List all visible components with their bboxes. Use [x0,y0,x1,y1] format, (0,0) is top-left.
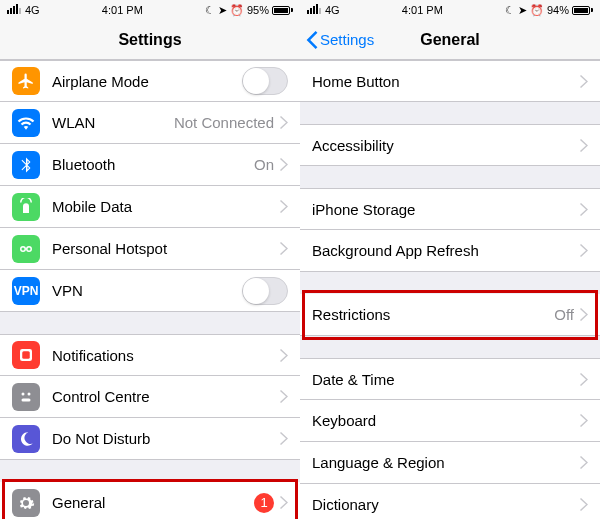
back-label: Settings [320,31,374,48]
chevron-right-icon [580,203,588,216]
gear-icon [12,489,40,517]
row-vpn[interactable]: VPN VPN [0,270,300,312]
row-label: Airplane Mode [52,73,242,90]
row-dictionary[interactable]: Dictionary [300,484,600,519]
status-time: 4:01 PM [102,4,143,16]
row-label: Do Not Disturb [52,430,280,447]
chevron-right-icon [580,456,588,469]
vpn-icon: VPN [12,277,40,305]
row-label: WLAN [52,114,174,131]
row-label: Bluetooth [52,156,254,173]
row-label: Notifications [52,347,280,364]
status-right: ☾ ➤ ⏰ 94% [505,4,593,17]
row-notifications[interactable]: Notifications [0,334,300,376]
airplane-toggle[interactable] [242,67,288,95]
location-icon: ➤ [518,4,527,17]
row-accessibility[interactable]: Accessibility [300,124,600,166]
chevron-right-icon [280,496,288,509]
row-label: General [52,494,254,511]
nav-title: Settings [118,31,181,49]
row-label: Home Button [312,73,580,90]
row-home-button[interactable]: Home Button [300,60,600,102]
chevron-right-icon [280,390,288,403]
row-label: iPhone Storage [312,201,580,218]
control-centre-icon [12,383,40,411]
status-bar: 4G 4:01 PM ☾ ➤ ⏰ 95% [0,0,300,20]
battery-icon [272,6,293,15]
row-control-centre[interactable]: Control Centre [0,376,300,418]
row-language-region[interactable]: Language & Region [300,442,600,484]
signal-bars-icon [7,4,22,16]
row-bluetooth[interactable]: Bluetooth On [0,144,300,186]
hotspot-icon [12,235,40,263]
row-keyboard[interactable]: Keyboard [300,400,600,442]
chevron-left-icon [306,31,318,49]
row-label: Mobile Data [52,198,280,215]
general-panel: 4G 4:01 PM ☾ ➤ ⏰ 94% Settings General Ho… [300,0,600,519]
signal-carrier: 4G [307,4,340,16]
location-icon: ➤ [218,4,227,17]
row-label: Control Centre [52,388,280,405]
alarm-icon: ⏰ [530,4,544,17]
battery-icon [572,6,593,15]
row-iphone-storage[interactable]: iPhone Storage [300,188,600,230]
svg-rect-1 [22,351,30,359]
row-do-not-disturb[interactable]: Do Not Disturb [0,418,300,460]
nav-bar: Settings General [300,20,600,60]
alarm-icon: ⏰ [230,4,244,17]
nav-bar: Settings [0,20,300,60]
row-label: Dictionary [312,496,580,513]
cellular-icon [12,193,40,221]
row-date-time[interactable]: Date & Time [300,358,600,400]
wifi-icon [12,109,40,137]
row-airplane-mode[interactable]: Airplane Mode [0,60,300,102]
airplane-icon [12,67,40,95]
row-general[interactable]: General 1 [0,482,300,519]
chevron-right-icon [280,200,288,213]
nav-title: General [420,31,480,49]
carrier-label: 4G [325,4,340,16]
chevron-right-icon [580,498,588,511]
row-detail: Not Connected [174,114,274,131]
status-time: 4:01 PM [402,4,443,16]
chevron-right-icon [280,432,288,445]
signal-bars-icon [307,4,322,16]
chevron-right-icon [280,349,288,362]
row-label: Date & Time [312,371,580,388]
row-wlan[interactable]: WLAN Not Connected [0,102,300,144]
row-detail: Off [554,306,574,323]
row-mobile-data[interactable]: Mobile Data [0,186,300,228]
do-not-disturb-icon: ☾ [205,4,215,17]
row-background-app-refresh[interactable]: Background App Refresh [300,230,600,272]
chevron-right-icon [580,244,588,257]
svg-point-2 [22,392,25,395]
back-button[interactable]: Settings [306,31,374,49]
status-right: ☾ ➤ ⏰ 95% [205,4,293,17]
chevron-right-icon [580,75,588,88]
chevron-right-icon [280,158,288,171]
row-restrictions[interactable]: Restrictions Off [300,294,600,336]
chevron-right-icon [580,414,588,427]
notifications-icon [12,341,40,369]
row-label: Accessibility [312,137,580,154]
row-label: Personal Hotspot [52,240,280,257]
row-detail: On [254,156,274,173]
vpn-toggle[interactable] [242,277,288,305]
battery-percent: 95% [247,4,269,16]
row-label: VPN [52,282,242,299]
row-label: Background App Refresh [312,242,580,259]
svg-rect-4 [22,398,31,401]
chevron-right-icon [580,308,588,321]
signal-carrier: 4G [7,4,40,16]
moon-icon [12,425,40,453]
status-bar: 4G 4:01 PM ☾ ➤ ⏰ 94% [300,0,600,20]
carrier-label: 4G [25,4,40,16]
do-not-disturb-icon: ☾ [505,4,515,17]
battery-percent: 94% [547,4,569,16]
row-label: Language & Region [312,454,580,471]
row-personal-hotspot[interactable]: Personal Hotspot [0,228,300,270]
chevron-right-icon [580,373,588,386]
chevron-right-icon [280,242,288,255]
svg-point-3 [28,392,31,395]
bluetooth-icon [12,151,40,179]
